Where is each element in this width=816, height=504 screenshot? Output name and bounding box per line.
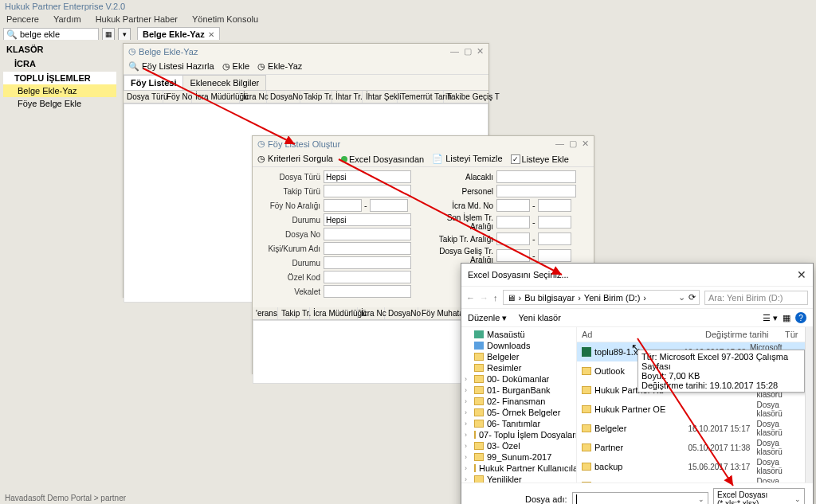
fdlg-nav-tree[interactable]: MasaüstüDownloadsBelgelerResimler›00- Do…	[461, 327, 577, 483]
fld-foyno2[interactable]	[370, 199, 408, 212]
fdlg-file-list[interactable]: Ad Değiştirme tarihi Tür toplu89-1.xls19…	[577, 327, 805, 483]
path-box[interactable]: 🖥 ›Bu bilgisayar ›Yeni Birim (D:) › ⌄ ⟳	[503, 290, 700, 305]
fld-durumu[interactable]	[324, 213, 411, 226]
fld-alacakli[interactable]	[496, 170, 576, 183]
sidebar-toplu[interactable]: TOPLU İŞLEMLER	[3, 72, 116, 84]
fld-foyno1[interactable]	[324, 199, 362, 212]
file-row[interactable]: Hukuk Partner OEDosya klasörü	[577, 400, 805, 419]
file-row[interactable]: backup15.06.2017 13:17Dosya klasörü	[577, 457, 805, 476]
nav-item[interactable]: Resimler	[461, 362, 576, 373]
win1-btn-hazirla[interactable]: 🔍 Föy Listesi Hazırla	[128, 61, 214, 72]
select-filter[interactable]: Excel Dosyası (*.xls;*.xlsx)⌄	[713, 488, 805, 504]
fld-icramd1[interactable]	[496, 199, 530, 212]
nav-item[interactable]: Masaüstü	[461, 329, 576, 340]
win2-max-icon[interactable]: ▢	[569, 139, 577, 149]
fld-gelis1[interactable]	[496, 249, 530, 262]
win2-title: Föy Listesi Oluştur	[268, 139, 340, 149]
menu-haber[interactable]: Hukuk Partner Haber	[96, 14, 178, 24]
fld-durumu2[interactable]	[324, 256, 411, 269]
menu-yardim[interactable]: Yardım	[53, 14, 81, 24]
win1-btn-ekle[interactable]: ◷ Ekle	[222, 61, 249, 72]
toolbar-dd-button[interactable]: ▾	[118, 28, 131, 41]
fld-ozelkod[interactable]	[324, 271, 411, 283]
file-row[interactable]: Partner05.10.2017 11:38Dosya klasörü	[577, 438, 805, 457]
toolbar-plus-button[interactable]: ▦	[102, 28, 115, 41]
refresh-icon[interactable]: ⟳	[688, 292, 696, 303]
win1-tab-foy-listesi[interactable]: Föy Listesi	[124, 75, 183, 90]
input-dosyaadi[interactable]: ⌄	[572, 492, 708, 504]
win1-btn-ekleyaz[interactable]: ◷ Ekle-Yaz	[257, 61, 302, 72]
folder-icon	[474, 431, 476, 439]
menu-pencere[interactable]: Pencere	[6, 14, 39, 24]
search-box[interactable]: 🔍	[3, 28, 99, 41]
win1-icon: ◷	[128, 46, 136, 57]
fld-sonislem1[interactable]	[496, 216, 530, 229]
nav-item[interactable]: ›00- Dokümanlar	[461, 373, 576, 385]
fld-takipturu[interactable]	[324, 185, 411, 197]
nav-item[interactable]: ›Hukuk Partner Kullanıcılarımız	[461, 463, 576, 474]
menu-konsol[interactable]: Yönetim Konsolu	[192, 14, 258, 24]
nav-item[interactable]: ›03- Özel	[461, 440, 576, 451]
fdlg-scrollbar[interactable]	[805, 327, 813, 483]
win2-icon: ◷	[257, 139, 265, 149]
folder-icon	[582, 386, 591, 394]
file-row[interactable]: Uyap05.04.2017 14:48Dosya klasörü	[577, 476, 805, 483]
win2-close-icon[interactable]: ✕	[582, 139, 589, 149]
view-icon[interactable]: ☰ ▾	[763, 313, 778, 323]
sidebar-icra[interactable]: İCRA	[3, 57, 116, 70]
folder-icon	[474, 330, 484, 338]
fdlg-close-icon[interactable]: ✕	[797, 268, 806, 281]
nav-item[interactable]: ›05- Örnek Belgeler	[461, 407, 576, 418]
search-input[interactable]	[20, 29, 84, 39]
nav-item[interactable]: ›06- Tanıtımlar	[461, 418, 576, 429]
win2-btn-excel[interactable]: Excel Dosyasından	[341, 154, 424, 164]
search-icon: 🔍	[6, 29, 18, 40]
tab-close-icon[interactable]: ✕	[208, 30, 214, 39]
win1-max-icon[interactable]: ▢	[464, 46, 472, 57]
fld-icramd2[interactable]	[538, 199, 571, 212]
btn-duzenle[interactable]: Düzenle ▾	[468, 313, 507, 323]
folder-icon	[582, 405, 591, 413]
nav-item[interactable]: ›07- Toplu İşlem Dosyaları	[461, 429, 576, 440]
win1-close-icon[interactable]: ✕	[477, 46, 484, 57]
col-tur[interactable]: Tür	[780, 327, 803, 342]
nav-item[interactable]: ›99_Sunum-2017	[461, 451, 576, 463]
nav-item[interactable]: ›02- Finansman	[461, 396, 576, 407]
fld-dosyano[interactable]	[324, 228, 411, 240]
fld-dosyaturu[interactable]	[324, 170, 411, 183]
sidebar-item-foye-belge-ekle[interactable]: Föye Belge Ekle	[3, 97, 116, 110]
win2-chk-listeye-ekle[interactable]: ✓Listeye Ekle	[511, 154, 569, 164]
nav-item[interactable]: ›Yenilikler	[461, 474, 576, 483]
fld-vekalet[interactable]	[324, 285, 411, 298]
sidebar-item-belge-ekle-yaz[interactable]: Belge Ekle-Yaz	[3, 84, 116, 97]
col-ad[interactable]: Ad	[577, 327, 700, 342]
fld-takiptr1[interactable]	[496, 232, 530, 245]
fld-gelis2[interactable]	[538, 249, 571, 262]
folder-icon	[582, 367, 591, 375]
nav-fwd-icon[interactable]: →	[480, 293, 488, 303]
col-tarih[interactable]: Değiştirme tarihi	[700, 327, 780, 342]
win2-min-icon[interactable]: —	[555, 139, 564, 149]
fld-personel[interactable]	[496, 185, 576, 197]
nav-back-icon[interactable]: ←	[466, 293, 475, 303]
fld-takiptr2[interactable]	[538, 232, 571, 245]
nav-up-icon[interactable]: ↑	[493, 293, 498, 303]
nav-item[interactable]: Belgeler	[461, 351, 576, 362]
fld-sonislem2[interactable]	[538, 216, 571, 229]
win2-btn-sorgula[interactable]: ◷ Kriterleri Sorgula	[257, 154, 333, 164]
preview-icon[interactable]: ▦	[783, 313, 790, 323]
folder-icon	[582, 463, 591, 471]
win2-btn-temizle[interactable]: 📄 Listeyi Temizle	[432, 154, 502, 164]
btn-yeniklasor[interactable]: Yeni klasör	[518, 313, 560, 322]
file-tooltip: Tür: Microsoft Excel 97-2003 Çalışma Say…	[638, 350, 805, 393]
fdlg-search[interactable]: Ara: Yeni Birim (D:)	[704, 291, 808, 305]
fld-kisi[interactable]	[324, 242, 411, 255]
win1-min-icon[interactable]: —	[450, 46, 459, 57]
lbl-dosyaadi: Dosya adı:	[525, 494, 567, 504]
tab-label: Belge Ekle-Yaz	[143, 29, 205, 39]
nav-item[interactable]: ›01- BurganBank	[461, 385, 576, 396]
help-icon[interactable]: ?	[795, 312, 806, 323]
nav-item[interactable]: Downloads	[461, 340, 576, 351]
win1-tab-eklenecek[interactable]: Eklenecek Bilgiler	[182, 75, 266, 90]
file-row[interactable]: Belgeler16.10.2017 15:17Dosya klasörü	[577, 419, 805, 438]
